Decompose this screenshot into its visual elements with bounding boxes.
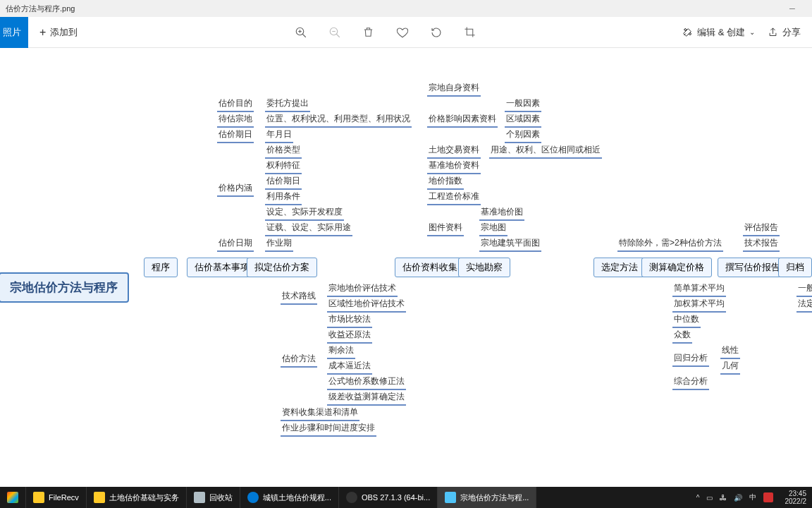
node: 位置、权利状况、利用类型、利用状况 — [265, 113, 412, 128]
favorite-icon[interactable] — [395, 25, 410, 40]
window-titlebar: 估价方法与程序.png ─ — [0, 0, 812, 17]
node: 权利特征 — [265, 159, 302, 174]
node-archive: 归档 — [778, 258, 812, 277]
node: 加权算术平均 — [672, 298, 726, 313]
rotate-icon[interactable] — [429, 25, 443, 40]
node: 特除除外，需>2种估价方法 — [617, 237, 723, 252]
node-calc: 测算确定价格 — [641, 258, 712, 277]
zoom-out-icon[interactable] — [328, 25, 342, 40]
node: 估价方法 — [281, 353, 317, 368]
share-icon — [768, 27, 778, 37]
plus-icon: + — [39, 26, 46, 39]
node-collect: 估价资料收集 — [395, 258, 465, 277]
node: 宗地自身资料 — [427, 82, 481, 97]
node: 区域因素 — [505, 113, 541, 128]
node: 价格内涵 — [217, 182, 254, 197]
crop-icon[interactable] — [463, 25, 477, 40]
node: 一般 — [796, 282, 812, 297]
add-to-button[interactable]: + 添加到 — [28, 26, 89, 39]
node: 价格影响因素资料 — [427, 113, 498, 128]
node: 宗地地价评估技术 — [327, 282, 398, 297]
node: 简单算术平均 — [672, 282, 726, 297]
delete-icon[interactable] — [362, 25, 376, 40]
node: 宗地建筑平面图 — [479, 237, 541, 252]
taskbar-item[interactable]: OBS 27.1.3 (64-bi... — [339, 487, 438, 508]
node: 区域性地价评估技术 — [327, 298, 406, 313]
network-icon[interactable]: 🖧 — [720, 494, 727, 502]
root-node: 宗地估价方法与程序 — [0, 272, 129, 303]
chevron-down-icon: ⌄ — [749, 28, 755, 36]
node: 资料收集渠道和清单 — [281, 406, 359, 421]
node: 作业期 — [265, 237, 293, 252]
node: 委托方提出 — [265, 97, 310, 112]
node: 土地交易资料 — [427, 144, 481, 159]
node: 中位数 — [672, 313, 701, 328]
mindmap-canvas[interactable]: 宗地估价方法与程序 程序 估价基本事项 拟定估价方案 估价资料收集 实地勘察 选… — [0, 48, 812, 487]
chevron-up-icon[interactable]: ^ — [696, 494, 700, 502]
node: 证载、设定、实际用途 — [265, 222, 352, 236]
volume-icon[interactable]: 🔊 — [734, 494, 742, 502]
node: 宗地图 — [479, 222, 508, 236]
node: 一般因素 — [505, 97, 541, 112]
node: 剩余法 — [327, 344, 355, 359]
node-plan: 拟定估价方案 — [247, 258, 317, 277]
node: 市场比较法 — [327, 313, 372, 328]
taskbar-item[interactable]: 宗地估价方法与程... — [438, 487, 536, 508]
node: 用途、权利、区位相同或相近 — [489, 144, 602, 159]
zoom-in-icon[interactable] — [294, 25, 308, 40]
node: 级差收益测算确定法 — [327, 391, 406, 406]
node-report: 撰写估价报告 — [718, 258, 788, 277]
node: 待估宗地 — [217, 113, 254, 128]
node: 评估报告 — [743, 222, 780, 236]
node: 综合分析 — [672, 375, 709, 390]
node: 估价期日 — [217, 128, 254, 143]
node: 利用条件 — [265, 190, 302, 205]
node: 估价期日 — [265, 175, 302, 190]
node: 价格类型 — [265, 144, 302, 159]
node: 线性 — [720, 344, 740, 359]
minimize-button[interactable]: ─ — [778, 4, 806, 13]
node: 工程造价标准 — [427, 190, 481, 205]
node: 基准地价图 — [479, 206, 524, 221]
node: 回归分析 — [672, 352, 709, 367]
node: 年月日 — [265, 128, 293, 143]
node: 成本逼近法 — [327, 360, 372, 375]
svg-line-1 — [302, 34, 306, 37]
node-survey: 实地勘察 — [458, 258, 510, 277]
view-all-photos-button[interactable]: 照片 — [0, 17, 28, 48]
edit-create-button[interactable]: 编辑 & 创建 ⌄ — [682, 26, 755, 39]
node-method: 选定方法 — [593, 258, 646, 277]
taskbar-item[interactable]: FileRecv — [26, 487, 87, 508]
node: 地价指数 — [427, 175, 464, 190]
magic-icon — [682, 27, 693, 38]
node-procedure: 程序 — [144, 258, 178, 277]
node: 估价日期 — [217, 237, 254, 252]
node: 技术报告 — [743, 237, 780, 252]
node: 法定 — [796, 298, 812, 313]
taskbar-item[interactable]: 回收站 — [187, 487, 240, 508]
battery-icon[interactable]: ▭ — [706, 494, 713, 502]
node: 几何 — [720, 360, 740, 375]
taskbar-clock[interactable]: 23:452022/2 — [780, 490, 806, 505]
taskbar-item[interactable]: 土地估价基础与实务 — [87, 487, 187, 508]
node: 收益还原法 — [327, 329, 372, 344]
node: 技术路线 — [281, 290, 317, 305]
node: 设定、实际开发程度 — [265, 206, 344, 221]
node: 估价目的 — [217, 97, 254, 112]
node: 众数 — [672, 329, 692, 344]
app-toolbar: 照片 + 添加到 编辑 & 创建 ⌄ 分享 — [0, 17, 812, 48]
share-button[interactable]: 分享 — [768, 26, 801, 39]
window-title: 估价方法与程序.png — [6, 4, 75, 14]
windows-taskbar[interactable]: FileRecv 土地估价基础与实务 回收站 城镇土地估价规程... OBS 2… — [0, 487, 812, 508]
node: 基准地价资料 — [427, 159, 481, 174]
sogou-icon[interactable] — [763, 492, 773, 502]
start-button[interactable] — [0, 487, 26, 508]
node: 个别因素 — [505, 128, 541, 143]
system-tray[interactable]: ^ ▭ 🖧 🔊 中 23:452022/2 — [691, 490, 812, 505]
ime-indicator[interactable]: 中 — [749, 492, 756, 502]
taskbar-item[interactable]: 城镇土地估价规程... — [240, 487, 339, 508]
node: 公式地价系数修正法 — [327, 375, 406, 390]
node: 作业步骤和时间进度安排 — [281, 422, 376, 437]
svg-line-5 — [336, 34, 340, 37]
node: 图件资料 — [427, 222, 464, 236]
